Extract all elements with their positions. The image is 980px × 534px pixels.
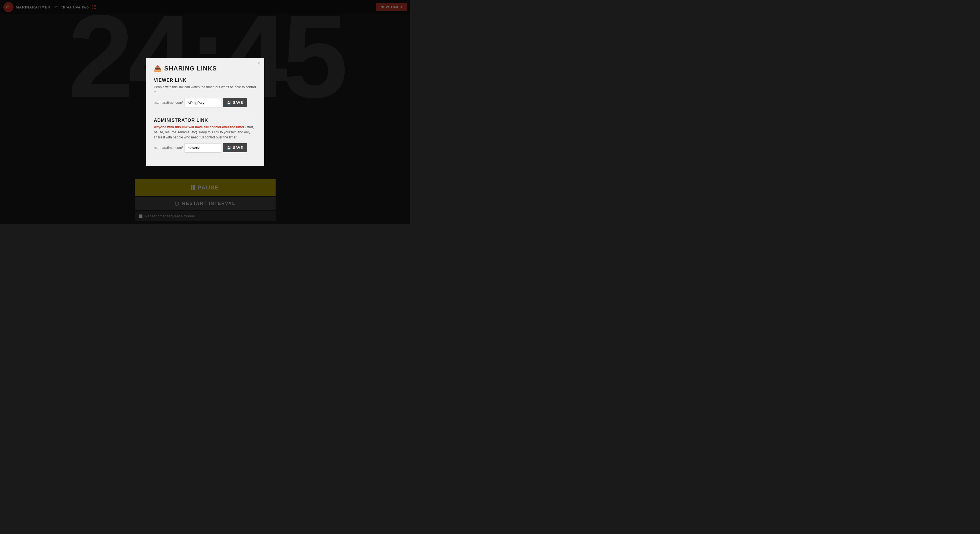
admin-save-disk-icon: 💾 bbox=[227, 146, 231, 150]
admin-link-section: ADMINISTRATOR LINK Anyone with this link… bbox=[154, 118, 256, 153]
admin-warning-red: Anyone with this link will have full con… bbox=[154, 125, 244, 129]
modal-overlay: × 📤 SHARING LINKS VIEWER LINK People wit… bbox=[0, 0, 410, 224]
admin-link-row: marinaratimer.com/ 💾 SAVE bbox=[154, 143, 256, 153]
save-disk-icon: 💾 bbox=[227, 100, 231, 105]
viewer-link-input[interactable] bbox=[185, 98, 221, 107]
admin-warning: Anyone with this link will have full con… bbox=[154, 124, 256, 140]
section-divider bbox=[154, 113, 256, 113]
viewer-link-row: marinaratimer.com/ 💾 SAVE bbox=[154, 98, 256, 107]
viewer-save-label: SAVE bbox=[233, 100, 243, 105]
modal-close-button[interactable]: × bbox=[257, 61, 260, 66]
admin-save-label: SAVE bbox=[233, 146, 243, 150]
admin-link-input[interactable] bbox=[185, 143, 221, 153]
admin-link-prefix: marinaratimer.com/ bbox=[154, 146, 183, 150]
viewer-link-section: VIEWER LINK People with this link can wa… bbox=[154, 78, 256, 107]
sharing-links-modal: × 📤 SHARING LINKS VIEWER LINK People wit… bbox=[146, 58, 264, 166]
viewer-link-prefix: marinaratimer.com/ bbox=[154, 100, 183, 105]
admin-link-title: ADMINISTRATOR LINK bbox=[154, 118, 256, 123]
viewer-save-button[interactable]: 💾 SAVE bbox=[223, 98, 247, 107]
modal-title: SHARING LINKS bbox=[164, 65, 217, 72]
viewer-link-description: People with this link can watch the time… bbox=[154, 84, 256, 95]
share-icon: 📤 bbox=[154, 65, 161, 72]
viewer-link-title: VIEWER LINK bbox=[154, 78, 256, 83]
admin-save-button[interactable]: 💾 SAVE bbox=[223, 143, 247, 152]
modal-title-row: 📤 SHARING LINKS bbox=[154, 65, 256, 72]
